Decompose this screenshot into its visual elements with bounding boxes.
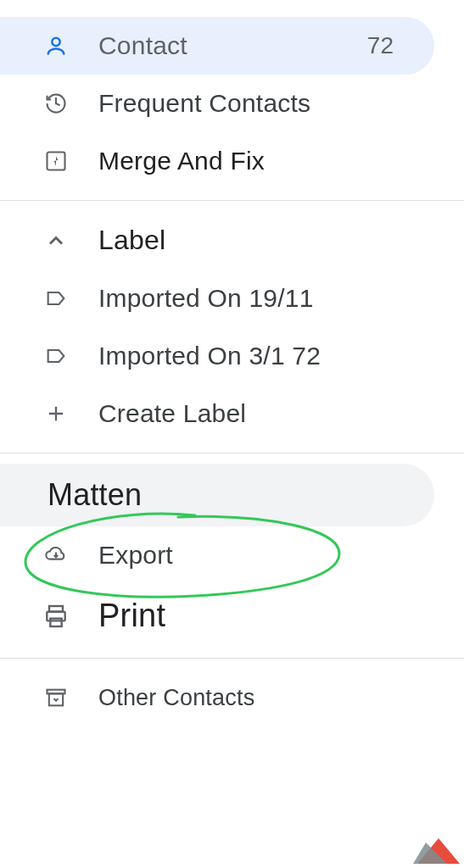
label-item-2-text: Imported On 3/1 72: [98, 342, 414, 370]
nav-export[interactable]: Export: [0, 526, 434, 584]
history-icon: [41, 88, 71, 119]
person-icon: [41, 31, 71, 61]
create-label-button[interactable]: Create Label: [0, 385, 434, 442]
nav-import-label: Matten: [48, 477, 414, 513]
plus-icon: [41, 398, 71, 429]
cloud-download-icon: [41, 540, 71, 570]
label-icon: [41, 341, 71, 371]
nav-export-label: Export: [98, 541, 414, 570]
label-item-2[interactable]: Imported On 3/1 72: [0, 327, 434, 385]
print-icon: [41, 601, 71, 632]
nav-merge-label: Merge And Fix: [98, 147, 414, 175]
nav-other-contacts[interactable]: Other Contacts: [0, 669, 434, 726]
merge-fix-icon: [41, 146, 71, 176]
nav-contact-label: Contact: [98, 31, 367, 60]
archive-icon: [41, 682, 71, 713]
svg-rect-4: [50, 618, 61, 626]
divider: [0, 200, 464, 201]
nav-merge-fix[interactable]: Merge And Fix: [0, 132, 434, 190]
labels-header-text: Label: [98, 225, 444, 256]
nav-print-label: Print: [98, 598, 414, 634]
create-label-text: Create Label: [98, 399, 414, 428]
divider: [0, 658, 464, 659]
svg-point-0: [52, 38, 59, 46]
chevron-up-icon: [41, 225, 71, 256]
nav-import[interactable]: Matten: [0, 464, 434, 526]
nav-contact-count: 72: [367, 32, 394, 59]
divider: [0, 453, 464, 453]
nav-frequent-contacts[interactable]: Frequent Contacts: [0, 75, 434, 132]
nav-contact[interactable]: Contact 72: [0, 17, 434, 75]
labels-section-header[interactable]: Label: [0, 211, 464, 270]
label-item-1-text: Imported On 19/11: [98, 284, 414, 313]
watermark-logo: [413, 834, 464, 868]
label-item-1[interactable]: Imported On 19/11: [0, 270, 434, 327]
nav-print[interactable]: Print: [0, 584, 434, 648]
label-icon: [41, 283, 71, 314]
nav-other-label: Other Contacts: [98, 685, 414, 711]
nav-frequent-label: Frequent Contacts: [98, 89, 414, 118]
